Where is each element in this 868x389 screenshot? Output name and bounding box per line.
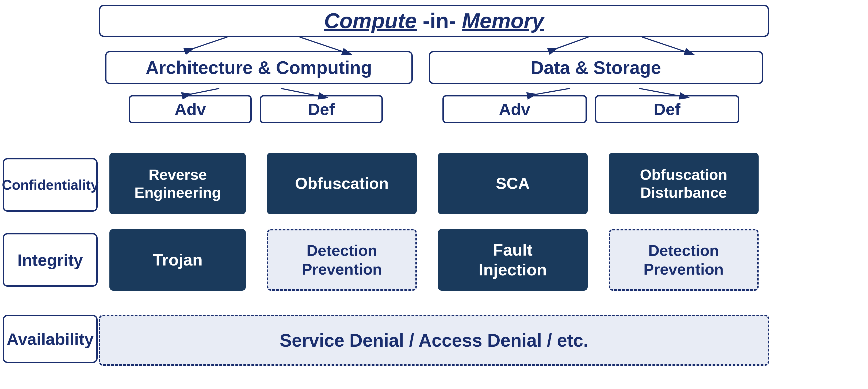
svg-line-9 (639, 88, 679, 96)
availability-text: Service Denial / Access Denial / etc. (280, 330, 588, 351)
arch-def-label: Def (308, 100, 335, 119)
availability-label: Availability (7, 330, 94, 349)
obfuscation-disturbance-cell: ObfuscationDisturbance (609, 153, 758, 214)
obfuscation-text: Obfuscation (295, 174, 389, 193)
svg-line-8 (527, 88, 570, 96)
top-title-mid: -in- (417, 9, 462, 33)
architecture-computing-label: Architecture & Computing (146, 57, 372, 78)
top-title-memory: Memory (462, 9, 544, 33)
fault-injection-text: FaultInjection (478, 240, 547, 280)
availability-label-box: Availability (3, 315, 98, 363)
detection-prevention-data-cell: DetectionPrevention (609, 229, 758, 291)
arch-adv-label: Adv (175, 100, 206, 119)
confidentiality-label: Confidentiality (2, 177, 98, 193)
svg-line-2 (185, 37, 227, 51)
data-storage-label: Data & Storage (531, 57, 661, 78)
svg-line-4 (548, 37, 588, 51)
data-def-label: Def (654, 100, 681, 119)
sca-cell: SCA (438, 153, 588, 214)
data-storage-box: Data & Storage (429, 51, 763, 84)
svg-line-6 (182, 88, 219, 96)
confidentiality-label-box: Confidentiality (3, 158, 98, 212)
integrity-row: Trojan DetectionPrevention FaultInjectio… (99, 229, 769, 291)
trojan-cell: Trojan (110, 229, 246, 291)
reverse-engineering-cell: ReverseEngineering (110, 153, 246, 214)
availability-row: Service Denial / Access Denial / etc. (99, 315, 769, 366)
second-row: Architecture & Computing Data & Storage (99, 51, 769, 84)
detection-prevention-arch-text: DetectionPrevention (302, 241, 382, 278)
arch-adv-box: Adv (129, 95, 252, 123)
top-box: Compute -in- Memory (99, 5, 769, 37)
integrity-label-box: Integrity (3, 233, 98, 287)
adv-def-row: Adv Def Adv Def (99, 95, 769, 123)
integrity-label: Integrity (18, 250, 83, 270)
top-box-label: Compute -in- Memory (324, 8, 544, 33)
obfuscation-disturbance-text: ObfuscationDisturbance (640, 166, 727, 201)
arch-def-box: Def (260, 95, 383, 123)
trojan-text: Trojan (153, 250, 203, 270)
data-adv-box: Adv (442, 95, 587, 123)
detection-prevention-data-text: DetectionPrevention (644, 241, 724, 278)
sca-text: SCA (496, 174, 530, 193)
reverse-engineering-text: ReverseEngineering (134, 166, 221, 201)
confidentiality-row: ReverseEngineering Obfuscation SCA Obfus… (99, 153, 769, 214)
data-adv-label: Adv (499, 100, 530, 119)
detection-prevention-arch-cell: DetectionPrevention (267, 229, 417, 291)
data-def-box: Def (595, 95, 739, 123)
svg-line-3 (300, 37, 342, 51)
obfuscation-cell: Obfuscation (267, 153, 417, 214)
svg-line-5 (642, 37, 685, 51)
svg-line-7 (281, 88, 318, 96)
top-title-compute: Compute (324, 9, 417, 33)
architecture-computing-box: Architecture & Computing (105, 51, 413, 84)
fault-injection-cell: FaultInjection (438, 229, 588, 291)
